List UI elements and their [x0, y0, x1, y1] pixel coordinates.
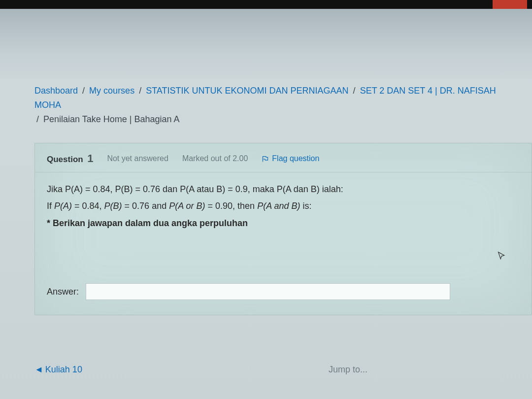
- qtxt: is:: [300, 201, 312, 211]
- answer-input[interactable]: [86, 283, 450, 300]
- cursor-icon: [497, 251, 507, 262]
- qtxt: P(A or B): [169, 201, 205, 211]
- question-body: Jika P(A) = 0.84, P(B) = 0.76 dan P(A at…: [35, 172, 532, 231]
- breadcrumb-sep: /: [351, 86, 358, 96]
- qtxt: = 0.76 and: [122, 201, 169, 211]
- prev-activity-label: Kuliah 10: [45, 365, 82, 375]
- jump-to-select[interactable]: Jump to...: [329, 365, 367, 375]
- qtxt: P(A and B): [257, 201, 300, 211]
- question-status: Not yet answered: [107, 154, 168, 163]
- app-top-bar: [0, 0, 532, 9]
- header-haze: [0, 9, 532, 84]
- breadcrumb: Dashboard / My courses / STATISTIK UNTUK…: [0, 84, 532, 126]
- answer-row: Answer:: [35, 283, 532, 300]
- qtxt: If: [47, 201, 54, 211]
- question-panel: Question 1 Not yet answered Marked out o…: [34, 143, 532, 315]
- breadcrumb-dashboard[interactable]: Dashboard: [34, 86, 78, 96]
- question-text-line1: Jika P(A) = 0.84, P(B) = 0.76 dan P(A at…: [47, 181, 520, 197]
- breadcrumb-sep: /: [137, 86, 143, 96]
- question-label: Question: [47, 155, 83, 164]
- answer-label: Answer:: [47, 287, 79, 297]
- qtxt: = 0.90, then: [205, 201, 258, 211]
- breadcrumb-current: Penilaian Take Home | Bahagian A: [43, 114, 180, 124]
- question-marks: Marked out of 2.00: [182, 154, 248, 163]
- bottom-nav: ◄ Kuliah 10 Jump to...: [34, 365, 532, 375]
- breadcrumb-sep: /: [34, 114, 41, 124]
- flag-icon: [262, 155, 269, 163]
- breadcrumb-course[interactable]: STATISTIK UNTUK EKONOMI DAN PERNIAGAAN: [146, 86, 348, 96]
- prev-activity-link[interactable]: ◄ Kuliah 10: [34, 365, 82, 375]
- qtxt: = 0.84,: [72, 201, 104, 211]
- question-header: Question 1 Not yet answered Marked out o…: [35, 143, 532, 172]
- question-text-line2: If P(A) = 0.84, P(B) = 0.76 and P(A or B…: [47, 198, 520, 214]
- question-text-line3: * Berikan jawapan dalam dua angka perpul…: [47, 215, 520, 231]
- question-number: 1: [87, 152, 93, 165]
- qtxt: P(B): [104, 201, 122, 211]
- breadcrumb-sep: /: [80, 86, 87, 96]
- flag-question-text: Flag question: [272, 154, 319, 163]
- triangle-left-icon: ◄: [34, 365, 43, 375]
- qtxt: P(A): [54, 201, 72, 211]
- breadcrumb-my-courses[interactable]: My courses: [89, 86, 134, 96]
- flag-question-link[interactable]: Flag question: [262, 154, 319, 163]
